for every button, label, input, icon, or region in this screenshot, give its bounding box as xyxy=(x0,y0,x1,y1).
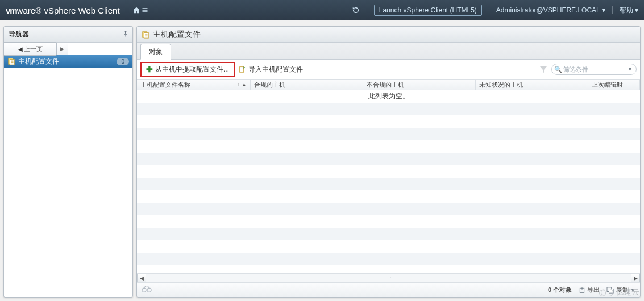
brand-label: vmware® vSphere Web Client xyxy=(6,6,120,15)
history-dropdown[interactable]: ▶ xyxy=(57,42,68,56)
launch-html5-button[interactable]: Launch vSphere Client (HTML5) xyxy=(374,5,482,16)
navigator-panel: 导航器 ◀上一页 ▶ 主机配置文件 0 xyxy=(3,26,133,298)
tab-objects[interactable]: 对象 xyxy=(140,44,171,60)
help-menu[interactable]: 帮助 ▾ xyxy=(620,6,638,15)
filter-input[interactable]: 🔍 筛选条件 ▼ xyxy=(551,64,637,75)
find-icon[interactable] xyxy=(142,285,152,295)
filter-icon[interactable] xyxy=(539,65,548,74)
grid-body: 此列表为空。 ◀ :: ▶ xyxy=(137,90,640,282)
horizontal-scrollbar[interactable]: ◀ :: ▶ xyxy=(137,273,640,282)
nav-item-host-profiles[interactable]: 主机配置文件 0 xyxy=(4,55,132,68)
tab-bar: 对象 xyxy=(137,43,640,60)
col-profile-name[interactable]: 主机配置文件名称1 ▲ xyxy=(137,80,251,90)
pin-icon[interactable] xyxy=(122,30,129,39)
scroll-left-button[interactable]: ◀ xyxy=(137,274,146,283)
svg-point-6 xyxy=(142,288,146,292)
top-bar: vmware® vSphere Web Client Launch vSpher… xyxy=(0,0,644,20)
main-title: 主机配置文件 xyxy=(153,30,201,40)
object-count: 0 个对象 xyxy=(548,286,572,294)
column-divider[interactable] xyxy=(251,90,251,282)
toolbar: ✚ 从主机中提取配置文件... 导入主机配置文件 🔍 筛选条件 ▼ xyxy=(137,60,640,79)
host-profile-icon xyxy=(142,31,149,39)
nav-history-row: ◀上一页 ▶ xyxy=(4,43,132,55)
separator xyxy=(367,6,367,14)
user-menu[interactable]: Administrator@VSPHERE.LOCAL ▾ xyxy=(496,6,605,14)
import-icon xyxy=(238,65,246,73)
copy-button[interactable]: 复制▼ xyxy=(606,286,635,294)
export-button[interactable]: 导出 xyxy=(579,286,600,294)
scroll-track[interactable]: :: xyxy=(146,274,631,283)
empty-list-message: 此列表为空。 xyxy=(137,91,640,101)
refresh-icon[interactable] xyxy=(352,6,360,14)
home-icon xyxy=(132,6,140,14)
col-unknown-hosts[interactable]: 未知状况的主机 xyxy=(476,80,588,90)
col-noncompliant-hosts[interactable]: 不合规的主机 xyxy=(363,80,476,90)
grid-footer: 0 个对象 导出 复制▼ xyxy=(137,282,640,297)
main-panel: 主机配置文件 对象 ✚ 从主机中提取配置文件... 导入主机配置文件 🔍 筛选条… xyxy=(136,26,641,298)
host-profile-icon xyxy=(7,57,15,65)
svg-rect-0 xyxy=(125,35,126,37)
navigator-title: 导航器 xyxy=(9,30,29,39)
nav-item-count: 0 xyxy=(117,58,129,65)
navigator-header: 导航器 xyxy=(4,27,132,43)
top-right: Launch vSphere Client (HTML5) Administra… xyxy=(352,5,638,16)
extract-from-host-button[interactable]: ✚ 从主机中提取配置文件... xyxy=(140,62,235,77)
import-host-profile-button[interactable]: 导入主机配置文件 xyxy=(235,63,306,76)
separator xyxy=(612,6,613,14)
separator xyxy=(489,6,489,14)
svg-rect-10 xyxy=(609,289,614,293)
export-icon xyxy=(579,287,585,294)
col-last-edited[interactable]: 上次编辑时 xyxy=(588,80,640,90)
filter-dropdown-icon[interactable]: ▼ xyxy=(628,66,633,72)
main-title-bar: 主机配置文件 xyxy=(137,27,640,43)
home-button[interactable] xyxy=(132,6,148,14)
svg-rect-5 xyxy=(240,67,244,73)
search-icon: 🔍 xyxy=(554,66,562,73)
back-button[interactable]: ◀上一页 xyxy=(3,42,57,56)
grid-header: 主机配置文件名称1 ▲ 合规的主机 不合规的主机 未知状况的主机 上次编辑时 xyxy=(137,79,640,90)
scroll-right-button[interactable]: ▶ xyxy=(631,274,640,283)
plus-icon: ✚ xyxy=(146,65,153,74)
copy-icon xyxy=(606,287,614,294)
svg-point-7 xyxy=(147,288,151,292)
nav-item-label: 主机配置文件 xyxy=(18,57,59,66)
sort-indicator: 1 ▲ xyxy=(238,82,247,87)
col-compliant-hosts[interactable]: 合规的主机 xyxy=(251,80,363,90)
filter-placeholder: 筛选条件 xyxy=(563,65,588,74)
menu-bars-icon xyxy=(142,7,148,14)
